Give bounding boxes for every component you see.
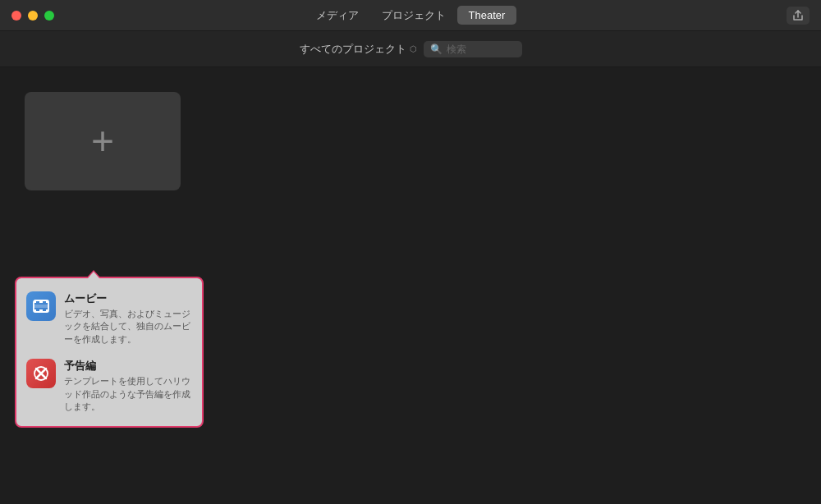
search-input[interactable]: [447, 44, 512, 55]
film-icon: [32, 297, 50, 315]
tab-projects[interactable]: プロジェクト: [370, 5, 457, 26]
search-box[interactable]: 🔍: [424, 41, 522, 57]
trailer-film-icon: [32, 364, 50, 383]
trailer-item-text: 予告編 テンプレートを使用してハリウッド作品のような予告編を作成します。: [64, 359, 192, 413]
titlebar: メディア プロジェクト Theater: [0, 0, 821, 31]
svg-rect-2: [46, 300, 48, 303]
trailer-description: テンプレートを使用してハリウッド作品のような予告編を作成します。: [64, 375, 192, 413]
svg-rect-5: [39, 300, 43, 303]
trailer-icon: [26, 359, 56, 388]
chevron-icon: ⬡: [410, 44, 417, 53]
trailer-title: 予告編: [64, 359, 192, 373]
movie-item-text: ムービー ビデオ、写真、およびミュージックを結合して、独自のムービーを作成します…: [64, 291, 192, 346]
movie-icon: [26, 291, 56, 321]
project-selector-label: すべてのプロジェクト: [300, 42, 406, 57]
tab-media[interactable]: メディア: [305, 5, 370, 26]
movie-description: ビデオ、写真、およびミュージックを結合して、独自のムービーを作成します。: [64, 308, 192, 346]
tab-theater[interactable]: Theater: [457, 6, 517, 25]
svg-rect-7: [34, 305, 48, 308]
close-button[interactable]: [11, 11, 21, 21]
popup-item-trailer[interactable]: 予告編 テンプレートを使用してハリウッド作品のような予告編を作成します。: [16, 352, 202, 419]
tab-bar: メディア プロジェクト Theater: [305, 5, 517, 26]
dropdown-popup: ムービー ビデオ、写真、およびミュージックを結合して、独自のムービーを作成します…: [15, 277, 204, 428]
plus-icon: +: [91, 121, 114, 161]
svg-rect-6: [39, 309, 43, 312]
share-icon: [792, 10, 804, 21]
svg-rect-1: [34, 300, 36, 303]
share-button[interactable]: [787, 7, 810, 25]
search-icon: 🔍: [430, 44, 443, 55]
svg-rect-3: [34, 309, 36, 312]
new-project-tile[interactable]: +: [25, 92, 181, 190]
popup-item-movie[interactable]: ムービー ビデオ、写真、およびミュージックを結合して、独自のムービーを作成します…: [16, 285, 202, 352]
maximize-button[interactable]: [44, 11, 54, 21]
svg-rect-4: [46, 309, 48, 312]
minimize-button[interactable]: [28, 11, 38, 21]
movie-title: ムービー: [64, 291, 192, 306]
project-selector[interactable]: すべてのプロジェクト ⬡: [300, 42, 417, 57]
toolbar: すべてのプロジェクト ⬡ 🔍: [0, 31, 821, 67]
traffic-lights: [11, 11, 54, 21]
main-content: + ムービー ビデオ、写真、およびミュージックを結合して、独自のムービー: [0, 67, 821, 504]
